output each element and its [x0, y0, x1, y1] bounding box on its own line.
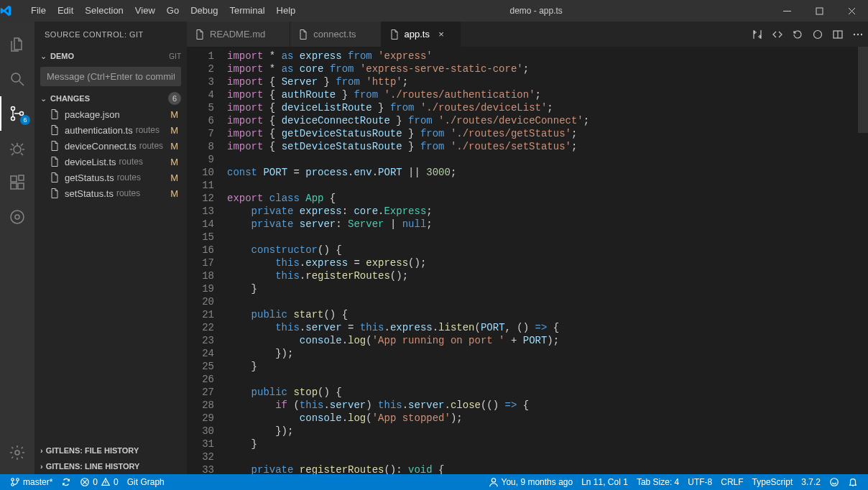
circle-icon[interactable] [812, 29, 823, 40]
branch-indicator[interactable]: master* [6, 474, 57, 490]
extensions-activity[interactable] [0, 165, 34, 200]
line-number-gutter: 1234567891011121314151617181920212223242… [187, 47, 227, 474]
open-changes-icon[interactable] [772, 29, 783, 40]
settings-activity[interactable] [0, 435, 34, 470]
notifications-icon[interactable] [844, 474, 862, 490]
repo-header[interactable]: ⌄ DEMO GIT [34, 48, 187, 64]
title-bar: FileEditSelectionViewGoDebugTerminalHelp… [0, 0, 868, 22]
tab-bar: README.md×connect.ts×app.ts× [187, 22, 868, 47]
svg-point-4 [11, 117, 15, 121]
problems-indicator[interactable]: 0 0 [75, 474, 122, 490]
scm-badge: 6 [20, 115, 30, 125]
status-bar: master* 0 0 Git Graph You, 9 months ago … [0, 474, 868, 490]
file-status: M [170, 188, 181, 199]
split-editor-icon[interactable] [832, 29, 844, 40]
gitlens-line-history-section[interactable]: › GITLENS: LINE HISTORY [34, 458, 187, 474]
menu-selection[interactable]: Selection [79, 0, 129, 22]
warning-count: 0 [114, 477, 119, 487]
svg-rect-9 [18, 183, 24, 189]
gitlens-activity[interactable] [0, 200, 34, 234]
changes-label: CHANGES [50, 94, 168, 103]
svg-point-19 [11, 479, 14, 481]
menu-go[interactable]: Go [161, 0, 185, 22]
debug-activity[interactable] [0, 131, 34, 165]
close-window-button[interactable] [836, 0, 868, 22]
svg-point-6 [14, 146, 21, 153]
error-count: 0 [93, 477, 98, 487]
more-actions-icon[interactable] [852, 29, 864, 40]
file-status: M [170, 109, 181, 120]
file-dir: routes [117, 172, 141, 182]
file-dir: routes [116, 188, 140, 198]
svg-point-18 [861, 33, 862, 34]
code-content[interactable]: import * as express from 'express'import… [227, 47, 868, 474]
file-icon [389, 29, 400, 40]
menu-view[interactable]: View [129, 0, 161, 22]
search-activity[interactable] [0, 62, 34, 96]
minimize-button[interactable] [771, 0, 803, 22]
svg-rect-7 [11, 176, 17, 182]
git-graph-button[interactable]: Git Graph [123, 474, 169, 490]
file-status: M [170, 172, 181, 183]
menu-terminal[interactable]: Terminal [223, 0, 270, 22]
cursor-position[interactable]: Ln 11, Col 1 [577, 474, 632, 490]
commit-message-box [40, 67, 181, 86]
typescript-version[interactable]: 3.7.2 [797, 474, 825, 490]
svg-point-24 [831, 479, 839, 486]
file-dir: routes [119, 157, 143, 167]
changed-file[interactable]: authentication.tsroutesM [34, 122, 187, 138]
file-icon [49, 172, 60, 183]
svg-point-17 [857, 33, 859, 34]
code-editor[interactable]: 1234567891011121314151617181920212223242… [187, 47, 868, 474]
svg-rect-10 [19, 175, 24, 180]
blame-annotation[interactable]: You, 9 months ago [484, 474, 578, 490]
editor-tab[interactable]: connect.ts× [290, 22, 381, 47]
section-label: GITLENS: FILE HISTORY [46, 446, 139, 455]
changed-file[interactable]: getStatus.tsroutesM [34, 170, 187, 185]
changes-header[interactable]: ⌄ CHANGES 6 [34, 91, 187, 106]
menu-help[interactable]: Help [271, 0, 302, 22]
chevron-right-icon: › [40, 462, 43, 471]
file-icon [49, 188, 60, 199]
activity-bar: 6 [0, 22, 34, 474]
editor-tab[interactable]: app.ts× [382, 22, 461, 47]
changed-file[interactable]: deviceList.tsroutesM [34, 154, 187, 170]
repo-provider: GIT [169, 52, 181, 60]
branch-name: master* [23, 477, 52, 487]
feedback-icon[interactable] [825, 474, 844, 490]
svg-point-11 [11, 211, 24, 223]
gitlens-file-history-section[interactable]: › GITLENS: FILE HISTORY [34, 443, 187, 458]
compare-icon[interactable] [752, 29, 763, 40]
encoding[interactable]: UTF-8 [683, 474, 716, 490]
close-tab-icon[interactable]: × [435, 29, 447, 40]
file-name: setStatus.ts [65, 188, 114, 199]
explorer-activity[interactable] [0, 27, 34, 62]
changed-file[interactable]: setStatus.tsroutesM [34, 185, 187, 201]
changed-file[interactable]: deviceConnect.tsroutesM [34, 138, 187, 154]
file-name: getStatus.ts [65, 172, 114, 183]
changes-count: 6 [168, 92, 181, 105]
revert-icon[interactable] [792, 29, 803, 40]
file-dir: routes [136, 125, 160, 135]
vertical-scrollbar[interactable] [858, 47, 868, 133]
window-controls [771, 0, 868, 22]
menu-debug[interactable]: Debug [185, 0, 223, 22]
menu-file[interactable]: File [25, 0, 52, 22]
indentation[interactable]: Tab Size: 4 [632, 474, 683, 490]
sync-button[interactable] [57, 474, 75, 490]
menu-edit[interactable]: Edit [52, 0, 79, 22]
editor-tab[interactable]: README.md× [187, 22, 290, 47]
tab-label: connect.ts [313, 29, 356, 40]
file-name: package.json [65, 109, 120, 120]
file-icon [49, 140, 60, 152]
maximize-button[interactable] [803, 0, 836, 22]
svg-point-2 [11, 73, 20, 82]
changed-file[interactable]: package.jsonM [34, 106, 187, 122]
source-control-activity[interactable]: 6 [0, 96, 34, 131]
commit-message-input[interactable] [41, 68, 180, 85]
section-label: GITLENS: LINE HISTORY [46, 462, 140, 471]
language-mode[interactable]: TypeScript [748, 474, 798, 490]
svg-point-20 [11, 484, 14, 486]
svg-point-3 [11, 107, 15, 111]
eol[interactable]: CRLF [716, 474, 747, 490]
